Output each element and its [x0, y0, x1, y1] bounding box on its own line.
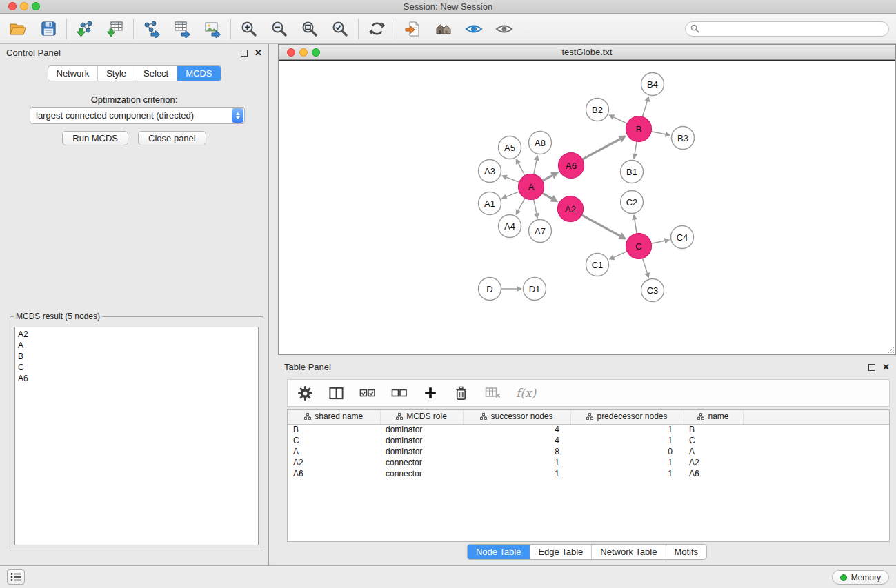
graph-edge-A-A7[interactable]	[534, 199, 537, 213]
tab-style[interactable]: Style	[98, 66, 135, 81]
delete-table-icon[interactable]	[484, 385, 501, 401]
eye-gray-icon[interactable]	[495, 19, 514, 39]
graph-node-A7[interactable]: A7	[529, 220, 552, 243]
result-item[interactable]: A6	[15, 373, 258, 384]
add-icon[interactable]	[423, 385, 438, 401]
tab-edge-table[interactable]: Edge Table	[530, 545, 592, 559]
resize-grip-icon[interactable]	[887, 346, 895, 354]
graph-node-B4[interactable]: B4	[641, 73, 664, 96]
fx-icon[interactable]: f(x)	[516, 386, 536, 400]
graph-node-A1[interactable]: A1	[479, 192, 501, 215]
table-row[interactable]: A6connector11A6	[288, 468, 889, 479]
result-item[interactable]: C	[15, 362, 258, 373]
graph-node-A5[interactable]: A5	[499, 136, 521, 159]
graph-node-A6[interactable]: A6	[559, 153, 584, 179]
graph-node-A8[interactable]: A8	[529, 132, 552, 154]
table-row[interactable]: Bdominator41B	[288, 424, 889, 435]
tab-node-table[interactable]: Node Table	[468, 545, 530, 559]
columns-icon[interactable]	[328, 385, 344, 401]
graph-node-B[interactable]: B	[626, 116, 652, 142]
graph-node-D1[interactable]: D1	[524, 278, 546, 301]
zoom-selected-icon[interactable]	[330, 19, 350, 39]
trash-icon[interactable]	[453, 385, 469, 401]
export-image-icon[interactable]	[203, 19, 222, 39]
graph-node-B3[interactable]: B3	[672, 127, 695, 150]
zoom-out-icon[interactable]	[270, 19, 289, 39]
graph-edge-A-A3[interactable]	[506, 177, 519, 182]
network-window-titlebar[interactable]: testGlobe.txt	[279, 45, 895, 60]
graph-node-A2[interactable]: A2	[558, 196, 584, 222]
run-mcds-button[interactable]: Run MCDS	[62, 131, 128, 145]
graph-edge-C-C3[interactable]	[643, 258, 648, 274]
float-panel-icon[interactable]	[241, 50, 248, 57]
graph-edge-A6-B[interactable]	[582, 139, 619, 159]
graph-node-A3[interactable]: A3	[479, 160, 501, 183]
column-header-successor-nodes[interactable]: successor nodes	[463, 410, 570, 424]
column-header-mcds-role[interactable]: MCDS role	[380, 410, 463, 424]
zoom-fit-icon[interactable]	[300, 19, 319, 39]
graph-edge-A-A8[interactable]	[534, 160, 537, 174]
memory-button[interactable]: Memory	[832, 570, 889, 585]
gear-icon[interactable]	[297, 385, 313, 401]
graph-edge-C-C1[interactable]	[614, 252, 627, 258]
refresh-icon[interactable]	[367, 19, 386, 39]
graph-edge-C-C2[interactable]	[635, 220, 637, 234]
graph-node-A[interactable]: A	[519, 174, 544, 200]
export-table-icon[interactable]	[172, 19, 192, 39]
search-input[interactable]	[699, 24, 888, 34]
network-canvas[interactable]: B4B2BB3A8A5A6B1A3AA1C2A2A4A7C4CC1C3DD1	[279, 60, 895, 354]
import-table-icon[interactable]	[106, 19, 125, 39]
tab-mcds[interactable]: MCDS	[177, 66, 220, 81]
table-row[interactable]: Adominator80A	[288, 446, 889, 457]
result-item[interactable]: B	[15, 351, 258, 362]
open-session-icon[interactable]	[8, 19, 28, 39]
table-row[interactable]: Cdominator41C	[288, 435, 889, 446]
graph-edge-B-B2[interactable]	[614, 117, 628, 123]
close-table-panel-icon[interactable]: ✕	[882, 363, 890, 372]
graph-edge-B-B1[interactable]	[635, 141, 637, 154]
float-table-panel-icon[interactable]	[868, 364, 875, 371]
graph-edge-A-A1[interactable]	[506, 192, 519, 196]
search-box[interactable]	[685, 21, 889, 37]
column-header-shared-name[interactable]: shared name	[288, 410, 380, 424]
graph-edge-B-B3[interactable]	[651, 132, 665, 134]
document-arrow-icon[interactable]	[404, 19, 423, 39]
graph-node-D[interactable]: D	[479, 278, 501, 301]
graph-node-C2[interactable]: C2	[621, 191, 644, 214]
graph-node-B1[interactable]: B1	[621, 161, 644, 183]
result-item[interactable]: A	[15, 340, 258, 351]
graph-edge-B-B4[interactable]	[642, 101, 647, 116]
tab-motifs[interactable]: Motifs	[666, 545, 706, 559]
graph-node-A4[interactable]: A4	[499, 215, 521, 238]
graph-edge-A-A2[interactable]	[542, 193, 552, 199]
graph-node-C[interactable]: C	[626, 234, 652, 259]
tab-select[interactable]: Select	[135, 66, 177, 81]
save-session-icon[interactable]	[39, 19, 58, 39]
graph-edge-A2-C[interactable]	[581, 215, 620, 236]
tab-network[interactable]: Network	[48, 66, 98, 81]
column-header-predecessor-nodes[interactable]: predecessor nodes	[570, 410, 684, 424]
zoom-in-icon[interactable]	[239, 19, 259, 39]
houses-icon[interactable]	[434, 19, 453, 39]
import-network-icon[interactable]	[75, 19, 94, 39]
eye-blue-icon[interactable]	[464, 19, 484, 39]
graph-edge-A-A6[interactable]	[542, 176, 552, 181]
task-history-button[interactable]	[7, 569, 25, 585]
graph-node-C1[interactable]: C1	[586, 254, 609, 276]
criterion-select[interactable]: largest connected component (directed)	[30, 107, 245, 124]
graph-edge-A-A5[interactable]	[518, 163, 525, 176]
column-header-name[interactable]: name	[684, 410, 743, 424]
close-panel-button[interactable]: Close panel	[138, 131, 206, 145]
graph-edge-C-C4[interactable]	[651, 241, 664, 243]
network-svg[interactable]: B4B2BB3A8A5A6B1A3AA1C2A2A4A7C4CC1C3DD1	[279, 61, 895, 355]
mcds-result-list[interactable]: A2ABCA6	[14, 327, 259, 545]
close-panel-icon[interactable]: ✕	[255, 48, 262, 57]
export-network-icon[interactable]	[142, 19, 161, 39]
result-item[interactable]: A2	[15, 329, 258, 340]
graph-node-C3[interactable]: C3	[641, 279, 664, 302]
select-all-icon[interactable]	[359, 385, 376, 401]
tab-network-table[interactable]: Network Table	[592, 545, 666, 559]
table-row[interactable]: A2connector11A2	[288, 457, 889, 468]
graph-node-B2[interactable]: B2	[586, 99, 609, 121]
graph-edge-A-A4[interactable]	[518, 198, 525, 210]
